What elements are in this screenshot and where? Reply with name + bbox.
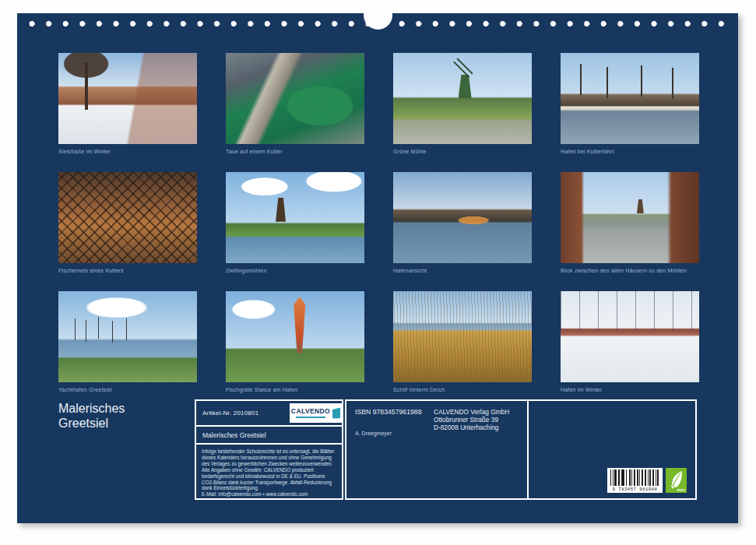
photo-thumbnail: Blick zwischen den alten Häusern zu den … [561,172,699,274]
photo-thumbnail: Zwillingsmühlen [226,172,364,274]
barcode-bars-icon [610,469,659,486]
cover-title: Malerisches Greetsiel [58,401,125,431]
photo-caption: Blick zwischen den alten Häusern zu den … [561,267,699,274]
photo-caption: Fischernetz eines Kutters [58,267,197,274]
photo-grid: Sielstraße im Winter Taue auf einem Kutt… [58,53,699,393]
calendar-title: Malerisches Greetsiel [202,431,266,439]
photo-image [58,291,197,382]
legal-contact: E-Mail: info@calvendo.com • www.calvendo… [202,491,336,498]
photo-caption: Hafenansicht [393,267,532,274]
calendar-title-row: Malerisches Greetsiel [196,425,342,443]
photo-caption: Zwillingsmühlen [226,267,364,274]
leaf-icon [669,470,684,489]
product-info-box: Artikel-Nr. 2010801 CALVENDO Malerisches… [195,399,343,500]
eco-label: eco [666,468,687,493]
legal-row: Infolge bestehender Schutzrechte ist es … [196,443,342,498]
calvendo-tagline-bar [296,417,325,418]
barcode-group: 9 783457 961988 eco [607,468,687,493]
photo-image [58,53,197,144]
barcode: 9 783457 961988 [607,468,663,493]
photo-image [58,172,197,263]
photo-caption: Fischgräte Statue am Hafen [226,386,364,393]
hanger-hole [364,1,392,30]
calvendo-flag-icon [332,407,340,419]
eco-text: eco [677,487,685,492]
photo-thumbnail: Taue auf einem Kutter [226,53,364,155]
photo-caption: Hafen bei Kutterfahrt [561,148,699,155]
photo-caption: Taue auf einem Kutter [226,148,364,155]
photo-thumbnail: Hafenansicht [393,172,532,274]
photo-thumbnail: Fischernetz eines Kutters [58,172,197,274]
barcode-cell: 9 783457 961988 eco [529,401,695,498]
photo-image [226,172,364,263]
photo-image [226,53,364,144]
publisher-city: D-82008 Unterhaching [434,424,509,431]
publisher-cell: ISBN 9783457961988 CALVENDO Verlag GmbH … [346,401,529,498]
photo-caption: Grüne Mühle [393,148,532,155]
author-name: A. Dreegmeyer [355,431,392,436]
calendar-back-cover: Sielstraße im Winter Taue auf einem Kutt… [0,0,756,545]
photo-caption: Sielstraße im Winter [58,148,197,155]
cover-title-line1: Malerisches [58,401,125,416]
photo-image [393,291,532,382]
photo-thumbnail: Yachthafen Greetsiel [58,291,197,393]
isbn-text: ISBN 9783457961988 [355,408,422,416]
publisher-street: Ottobrunner Straße 39 [434,416,509,424]
photo-image [561,291,699,382]
publisher-info-box: ISBN 9783457961988 CALVENDO Verlag GmbH … [345,399,697,500]
article-row: Artikel-Nr. 2010801 CALVENDO [196,401,342,425]
legal-text: Infolge bestehender Schutzrechte ist es … [202,448,336,491]
photo-image [561,53,699,144]
page-background: Sielstraße im Winter Taue auf einem Kutt… [17,13,738,523]
photo-thumbnail: Schilf hinterm Deich [393,291,532,393]
photo-thumbnail: Hafen bei Kutterfahrt [561,53,699,155]
photo-thumbnail: Fischgräte Statue am Hafen [226,291,364,393]
publisher-name: CALVENDO Verlag GmbH [434,408,509,416]
cover-title-line2: Greetsiel [58,416,125,431]
photo-image [393,53,532,144]
barcode-digits: 9 783457 961988 [607,487,663,492]
photo-caption: Yachthafen Greetsiel [58,386,197,393]
publisher-address: CALVENDO Verlag GmbH Ottobrunner Straße … [434,408,509,431]
article-number: Artikel-Nr. 2010801 [202,410,258,417]
photo-thumbnail: Sielstraße im Winter [58,53,197,155]
photo-image [226,291,364,382]
photo-thumbnail: Grüne Mühle [393,53,532,155]
photo-image [561,172,699,263]
photo-caption: Schilf hinterm Deich [393,386,532,393]
calvendo-logo: CALVENDO [290,403,342,423]
calvendo-logo-text: CALVENDO [291,408,330,418]
photo-caption: Hafen im Winter [561,386,699,393]
photo-image [393,172,532,263]
photo-thumbnail: Hafen im Winter [561,291,699,393]
calvendo-brand-text: CALVENDO [291,408,330,415]
